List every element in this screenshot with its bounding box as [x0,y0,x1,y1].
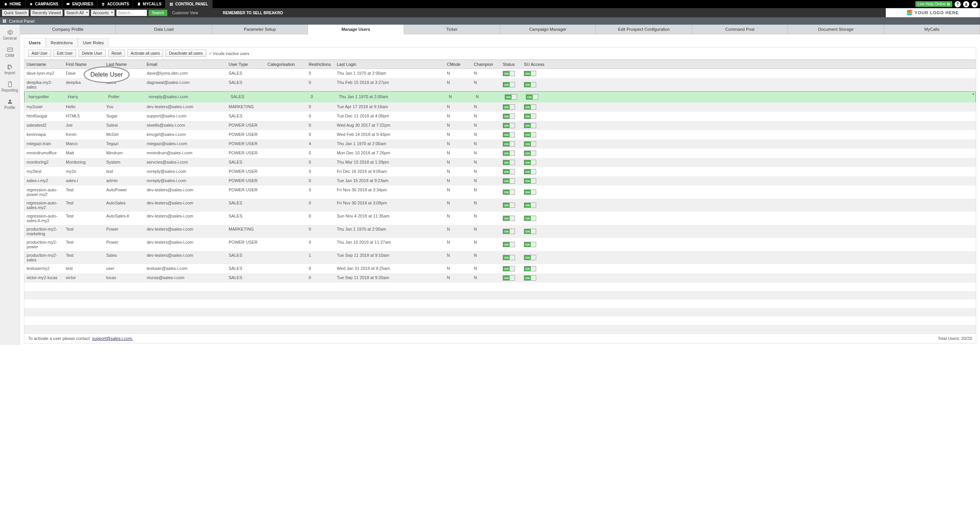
toggle-switch[interactable]: ON [524,71,536,76]
toggle-switch[interactable]: ON [503,169,515,174]
col-email[interactable]: Email [144,60,226,69]
table-row[interactable]: production-my2-marketingTestPowerdev-tes… [24,225,976,238]
toggle-switch[interactable]: ON [524,242,536,247]
toggle-switch[interactable]: ON [524,189,536,195]
toggle-switch[interactable]: ON [524,275,536,281]
toggle-switch[interactable]: ON [505,94,517,100]
col-status[interactable]: Status [500,60,522,69]
search-input[interactable]: Search... [116,10,147,16]
table-row[interactable]: testusermy2testusertestuser@sales-i.comS… [24,264,976,273]
top-tab-home[interactable]: HOME [0,0,25,8]
tab-mycalls[interactable]: MyCalls [884,25,980,34]
toggle-switch[interactable]: ON [524,255,536,260]
customer-view-link[interactable]: Customer View [172,11,198,15]
edit-user-button[interactable]: Edit User [54,50,76,57]
toggle-switch[interactable]: ON [524,104,536,110]
toggle-switch[interactable]: ON [503,255,515,260]
toggle-switch[interactable]: ON [503,104,515,110]
toggle-switch[interactable]: ON [524,82,536,87]
quick-search[interactable]: Quick Search [2,10,29,16]
toggle-switch[interactable]: ON [503,123,515,128]
include-inactive[interactable]: ✓Incude inactive users [209,51,249,56]
tab-edit-prospect-configuration[interactable]: Edit Prospect Configuration [596,25,692,34]
toggle-switch[interactable]: ON [503,189,515,195]
toggle-switch[interactable]: ON [526,94,538,100]
toggle-switch[interactable]: ON [503,71,515,76]
reset-button[interactable]: Reset [108,50,125,57]
col-restrictions[interactable]: Restrictions [306,60,334,69]
search-all-select[interactable]: Search All [64,10,89,16]
col-champion[interactable]: Champion [472,60,500,69]
add-user-button[interactable]: Add User [28,50,51,57]
toggle-switch[interactable]: ON [524,178,536,184]
toggle-switch[interactable]: ON [503,178,515,184]
table-row[interactable]: regression-auto-sales-tl-my2TestAutoSale… [24,212,976,225]
user-icon[interactable] [963,1,969,7]
toggle-switch[interactable]: ON [503,160,515,165]
toggle-switch[interactable]: ON [503,216,515,221]
tab-ticker[interactable]: Ticker [404,25,500,34]
top-tab-accounts[interactable]: ACCOUNTS [97,0,133,8]
support-link[interactable]: support@sales-i.com. [92,336,133,341]
tab-document-storage[interactable]: Document Storage [788,25,884,34]
tab-company-profile[interactable]: Company Profile [20,25,116,34]
table-row[interactable]: deepika-my2-salesdeepikasalesdagrawal@sa… [24,78,976,91]
toggle-switch[interactable]: ON [503,82,515,87]
col-username[interactable]: Username [24,60,64,69]
sidebar-item-crm[interactable]: CRM [0,44,20,61]
table-row[interactable]: mtegazi-trainMarcoTegazimtegazi@sales-i.… [24,139,976,149]
tab-command-post[interactable]: Command Post [692,25,788,34]
col-categorisation[interactable]: Categorisation [265,60,306,69]
arrow-right-icon[interactable]: ➜ [972,1,978,7]
live-help[interactable]: Live Help Online [915,1,952,7]
table-row[interactable]: my2testmy2otestnoreply@sales-i.comPOWER … [24,167,976,176]
toggle-switch[interactable]: ON [524,123,536,128]
toggle-switch[interactable]: ON [503,202,515,208]
delete-user-button[interactable]: Delete User [79,50,106,57]
sidebar-item-reporting[interactable]: Reporting [0,78,20,95]
table-row[interactable]: salesitest2JoeSalesistwells@sales-i.comP… [24,121,976,130]
toggle-switch[interactable]: ON [503,151,515,156]
sidebar-item-general[interactable]: General [0,26,20,44]
search-button[interactable]: Search [149,10,168,16]
toggle-switch[interactable]: ON [524,229,536,234]
table-row[interactable]: html5sugarHTML5Sugarsupport@sales-i.comS… [24,112,976,121]
toggle-switch[interactable]: ON [524,202,536,208]
activate-all-button[interactable]: Activate all users [127,50,164,57]
table-row[interactable]: production-my2-powerTestPowerdev-testers… [24,238,976,251]
toggle-switch[interactable]: ON [524,141,536,147]
col-user-type[interactable]: User Type [226,60,265,69]
tab-manage-users[interactable]: Manage Users [308,25,404,34]
inner-tab-users[interactable]: Users [24,38,46,47]
toggle-switch[interactable]: ON [524,216,536,221]
sidebar-item-import[interactable]: Import [0,61,20,78]
table-row[interactable]: dave-lyon-my2DaveLyondave@lyons-den.comS… [24,69,976,78]
col-last-name[interactable]: Last Name [104,60,144,69]
help-icon[interactable]: ? [955,1,961,7]
sidebar-item-profile[interactable]: Profile [0,95,20,113]
table-row[interactable]: regression-auto-power-my2TestAutoPowerde… [24,186,976,199]
deactivate-all-button[interactable]: Deactivate all users [166,50,206,57]
toggle-switch[interactable]: ON [503,114,515,119]
tab-campaign-manager[interactable]: Campaign Manager [500,25,596,34]
top-tab-enquiries[interactable]: ENQUIRIES [62,0,97,8]
top-tab-control-panel[interactable]: CONTROL PANEL [166,0,212,8]
table-row[interactable]: harrypotterHarryPotternoreply@sales-i.co… [24,91,976,102]
toggle-switch[interactable]: ON [524,132,536,137]
toggle-switch[interactable]: ON [503,141,515,147]
top-tab-campaigns[interactable]: CAMPAIGNS [25,0,62,8]
col-first-name[interactable]: First Name [64,60,104,69]
toggle-switch[interactable]: ON [503,266,515,271]
recently-viewed[interactable]: Recently Viewed [30,10,63,16]
toggle-switch[interactable]: ON [524,160,536,165]
toggle-switch[interactable]: ON [524,266,536,271]
col-last-login[interactable]: Last Login [334,60,445,69]
accounts-select[interactable]: Accounts [91,10,114,16]
toggle-switch[interactable]: ON [503,229,515,234]
table-row[interactable]: victor-my2-lucasvictorlucasvlucas@sales-… [24,273,976,283]
table-row[interactable]: regression-auto-sales-my2TestAutoSalesde… [24,199,976,212]
col-cmode[interactable]: CMode [445,60,472,69]
toggle-switch[interactable]: ON [524,151,536,156]
inner-tab-restrictions[interactable]: Restrictions [46,38,78,47]
toggle-switch[interactable]: ON [524,114,536,119]
